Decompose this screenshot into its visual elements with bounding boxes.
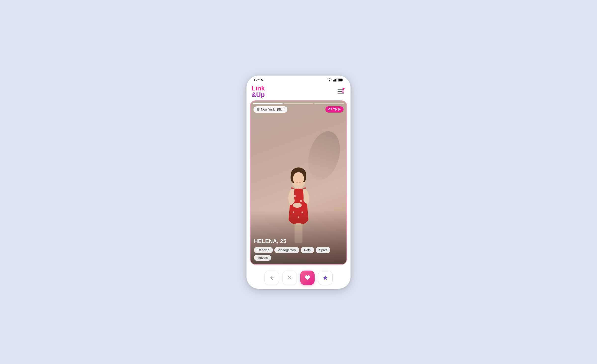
app-header: Link &Up <box>247 84 350 98</box>
svg-marker-0 <box>328 80 331 81</box>
app-logo: Link &Up <box>251 85 265 98</box>
tag-pets[interactable]: Pets <box>301 247 314 253</box>
svg-point-12 <box>258 108 259 109</box>
location-icon <box>256 108 260 112</box>
back-icon <box>269 275 274 281</box>
match-badge: 70 % <box>325 106 344 113</box>
tag-sport[interactable]: Sport <box>316 247 330 253</box>
wifi-icon <box>328 79 332 81</box>
svg-rect-7 <box>339 79 342 81</box>
status-icons <box>328 79 344 81</box>
filter-icon <box>338 89 344 94</box>
filter-button[interactable] <box>336 87 346 96</box>
close-icon <box>287 275 292 280</box>
progress-dot-3 <box>314 103 344 104</box>
svg-point-19 <box>300 200 302 202</box>
location-badge: New York, 15km <box>253 106 287 113</box>
progress-dot-2 <box>284 103 313 104</box>
card-area: New York, 15km 70 % <box>247 98 350 267</box>
status-time: 12:15 <box>253 78 263 82</box>
svg-rect-4 <box>336 79 337 81</box>
heart-icon <box>304 275 310 281</box>
card-info: HELENA, 25 Dancing Videogames Pets Sport… <box>250 235 347 264</box>
progress-indicators <box>250 103 347 104</box>
svg-rect-1 <box>333 80 334 81</box>
profile-name: HELENA, 25 <box>254 238 343 244</box>
star-icon <box>323 275 328 281</box>
match-text: 70 % <box>333 108 341 111</box>
svg-point-24 <box>293 203 302 208</box>
profile-card[interactable]: New York, 15km 70 % <box>250 100 347 265</box>
svg-rect-2 <box>334 80 335 81</box>
svg-point-17 <box>293 172 304 185</box>
svg-rect-9 <box>338 91 343 92</box>
like-button[interactable] <box>300 271 315 285</box>
logo-up-text: &Up <box>251 91 265 98</box>
phone-frame: 12:15 Link &Up <box>246 75 351 289</box>
link-icon <box>328 108 332 111</box>
location-text: New York, 15km <box>261 108 284 111</box>
filter-dot <box>343 88 345 90</box>
status-bar: 12:15 <box>247 76 350 84</box>
svg-rect-3 <box>335 79 336 81</box>
superlike-button[interactable] <box>318 271 333 285</box>
svg-rect-10 <box>338 93 344 94</box>
signal-icon <box>333 79 337 81</box>
back-button[interactable] <box>264 271 279 285</box>
action-bar <box>247 267 350 289</box>
tag-dancing[interactable]: Dancing <box>254 247 273 253</box>
tags-row: Dancing Videogames Pets Sport Movies <box>254 247 343 261</box>
dislike-button[interactable] <box>282 271 297 285</box>
tag-videogames[interactable]: Videogames <box>274 247 299 253</box>
battery-icon <box>338 79 344 81</box>
svg-point-11 <box>342 91 344 92</box>
svg-rect-6 <box>343 79 343 81</box>
tag-movies[interactable]: Movies <box>254 255 271 261</box>
progress-dot-1 <box>253 103 283 104</box>
